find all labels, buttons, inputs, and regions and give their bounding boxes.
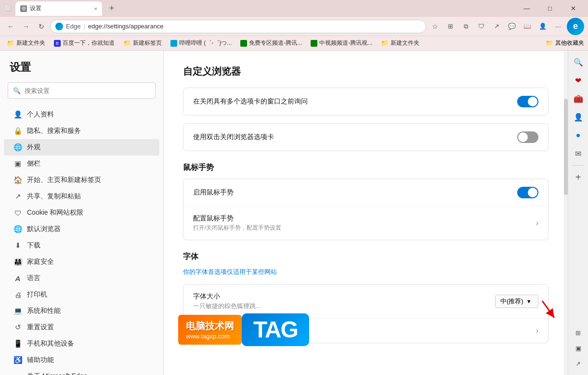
enable-gesture-toggle[interactable] <box>517 187 538 198</box>
double-click-toggle[interactable] <box>517 131 538 143</box>
maximize-button[interactable]: □ <box>539 0 561 17</box>
more-menu-button[interactable]: ··· <box>551 20 565 33</box>
bookmark-tencent-1[interactable]: 免费专区频道-腾讯... <box>237 38 305 48</box>
mobile-icon: 📱 <box>13 339 22 348</box>
custom-font-arrow: › <box>536 326 538 335</box>
window-controls: — □ ✕ <box>516 0 584 17</box>
sidebar-edge-icon[interactable]: ● <box>571 128 586 143</box>
close-confirm-toggle[interactable] <box>517 96 538 107</box>
split-screen-button[interactable]: ⧉ <box>459 20 472 33</box>
bookmark-new-tab[interactable]: 📁 新建标签页 <box>120 38 165 48</box>
sidebar-item-family[interactable]: 👨‍👩‍👧 家庭安全 <box>4 254 159 270</box>
sidebar-item-downloads[interactable]: ⬇ 下载 <box>4 237 159 254</box>
forward-button[interactable]: → <box>19 20 33 33</box>
sidebar-title: 设置 <box>0 60 163 82</box>
sidebar-item-label: 外观 <box>27 143 40 152</box>
content-area: 自定义浏览器 在关闭具有多个选项卡的窗口之前询问 使用双击关闭浏览器选项卡 <box>164 51 568 375</box>
sidebar-bottom-icons: ⊞ ▣ ↗ <box>571 325 586 371</box>
other-bookmarks[interactable]: 📁 其他收藏夹 <box>546 39 584 47</box>
sidebar-favorites-icon[interactable]: ❤ <box>571 73 586 88</box>
sidebar-tools-icon[interactable]: 🧰 <box>571 91 586 106</box>
sidebar-item-about[interactable]: ● 关于 Microsoft Edge <box>4 368 159 375</box>
bookmark-bilibili[interactable]: 哔哩哔哩 (゜-゜)つ... <box>168 38 235 48</box>
share-button[interactable]: ↗ <box>490 20 503 33</box>
sidebar-item-share[interactable]: ↗ 共享、复制和粘贴 <box>4 188 159 205</box>
sidebar-item-appearance[interactable]: 🌐 外观 <box>4 139 159 155</box>
new-tab-button[interactable]: + <box>105 2 118 15</box>
tab-favicon: ⚙ <box>20 5 27 12</box>
refresh-button[interactable]: ↻ <box>35 20 48 33</box>
sidebar-item-reset[interactable]: ↺ 重置设置 <box>4 319 159 336</box>
sidebar-item-print[interactable]: 🖨 打印机 <box>4 286 159 303</box>
double-click-label: 使用双击关闭浏览器选项卡 <box>193 133 511 142</box>
sidebar-item-label: 共享、复制和粘贴 <box>27 192 81 201</box>
sidebar-share-icon[interactable]: ↗ <box>571 356 586 371</box>
font-section-title: 字体 <box>183 252 549 262</box>
bookmark-new-folder-2[interactable]: 📁 新建文件夹 <box>378 38 422 48</box>
sidebar-item-label: 语言 <box>27 274 40 283</box>
sidebar-item-start[interactable]: 🏠 开始、主页和新建标签页 <box>4 172 159 188</box>
bookmark-new-folder-1[interactable]: 📁 新建文件夹 <box>4 38 48 48</box>
sidebar-item-sidebar[interactable]: ▣ 侧栏 <box>4 155 159 172</box>
sidebar-item-label: 默认浏览器 <box>27 225 61 233</box>
font-size-dropdown[interactable]: 中(推荐) ▼ <box>495 295 538 308</box>
sidebar-scan-icon[interactable]: ⊞ <box>571 325 586 340</box>
custom-font-row[interactable]: 自定义字体 › <box>183 319 548 343</box>
minimize-button[interactable]: — <box>516 0 538 17</box>
close-button[interactable]: ✕ <box>562 0 584 17</box>
sidebar-item-mobile[interactable]: 📱 手机和其他设备 <box>4 336 159 352</box>
config-gesture-row[interactable]: 配置鼠标手势 打开/关闭鼠标手势，配置手势设置 › <box>183 207 548 240</box>
sidebar-item-cookies[interactable]: 🛡 Cookie 和网站权限 <box>4 205 159 221</box>
enable-gesture-label: 启用鼠标手势 <box>193 188 511 197</box>
star-button[interactable]: ☆ <box>428 20 442 33</box>
browser-essentials-button[interactable]: 🛡 <box>474 20 488 33</box>
sidebar-item-system[interactable]: 💻 系统和性能 <box>4 303 159 319</box>
sidebar-item-browser[interactable]: 🌐 默认浏览器 <box>4 221 159 237</box>
sidebar-search-icon[interactable]: 🔍 <box>571 54 586 70</box>
active-tab[interactable]: ⚙ 设置 × <box>15 1 102 16</box>
restore-btn[interactable]: ⬜ <box>4 4 13 13</box>
close-confirm-label: 在关闭具有多个选项卡的窗口之前询问 <box>193 97 511 106</box>
sidebar-divider <box>573 165 584 166</box>
sidebar-window-icon[interactable]: ▣ <box>571 340 586 356</box>
sidebar-item-language[interactable]: A 语言 <box>4 270 159 286</box>
sidebar-item-privacy[interactable]: 🔒 隐私、搜索和服务 <box>4 123 159 139</box>
profile-button[interactable]: 👤 <box>536 20 549 33</box>
bookmark-baidu[interactable]: B 百度一下，你就知道 <box>51 38 118 48</box>
mouse-gesture-section-title: 鼠标手势 <box>183 163 549 173</box>
sidebar-item-profile[interactable]: 👤 个人资料 <box>4 106 159 123</box>
edge-logo-icon <box>55 23 63 30</box>
address-bar[interactable]: Edge | edge://settings/appearance <box>50 20 426 33</box>
sidebar-item-label: 个人资料 <box>27 110 54 119</box>
font-size-value: 中(推荐) <box>500 297 523 306</box>
tab-area: ⬜ ⚙ 设置 × + <box>4 1 118 16</box>
sidebar-add-icon[interactable]: + <box>571 169 586 185</box>
system-icon: 💻 <box>13 307 22 315</box>
edge-logo-button[interactable]: e <box>567 18 584 35</box>
reading-view-button[interactable]: 📖 <box>521 20 534 33</box>
other-bookmarks-label: 其他收藏夹 <box>555 39 584 47</box>
search-box[interactable]: 🔍 <box>8 82 156 99</box>
collections-button[interactable]: ⊞ <box>444 20 457 33</box>
cookie-icon: 🛡 <box>13 208 22 217</box>
double-click-card: 使用双击关闭浏览器选项卡 <box>183 123 549 151</box>
bookmark-label: 新建文件夹 <box>391 39 419 47</box>
feedback-button[interactable]: 💬 <box>505 20 519 33</box>
sidebar-item-accessibility[interactable]: ♿ 辅助功能 <box>4 352 159 368</box>
scrollbar-thumb[interactable] <box>564 99 568 195</box>
sidebar-item-label: 下载 <box>27 241 40 250</box>
bookmark-label: 中视频频道-腾讯视... <box>319 39 372 47</box>
tab-close-button[interactable]: × <box>94 6 97 12</box>
font-size-label-col: 字体大小 一只敏捷的棕色狐狸跳... <box>193 292 489 310</box>
sidebar-profile-icon[interactable]: 👤 <box>571 109 586 125</box>
search-input[interactable] <box>25 87 150 94</box>
config-gesture-arrow: › <box>536 219 538 228</box>
enable-gesture-row: 启用鼠标手势 <box>183 179 548 207</box>
bookmark-label: 百度一下，你就知道 <box>63 39 115 47</box>
share-icon: ↗ <box>13 192 22 201</box>
bookmark-tencent-2[interactable]: 中视频频道-腾讯视... <box>308 38 375 48</box>
sidebar-mail-icon[interactable]: ✉ <box>571 146 586 161</box>
navigation-bar: ← → ↻ Edge | edge://settings/appearance … <box>0 17 588 36</box>
back-button[interactable]: ← <box>4 20 17 33</box>
edge-right-sidebar: 🔍 ❤ 🧰 👤 ● ✉ + ⊞ ▣ ↗ <box>568 51 588 375</box>
